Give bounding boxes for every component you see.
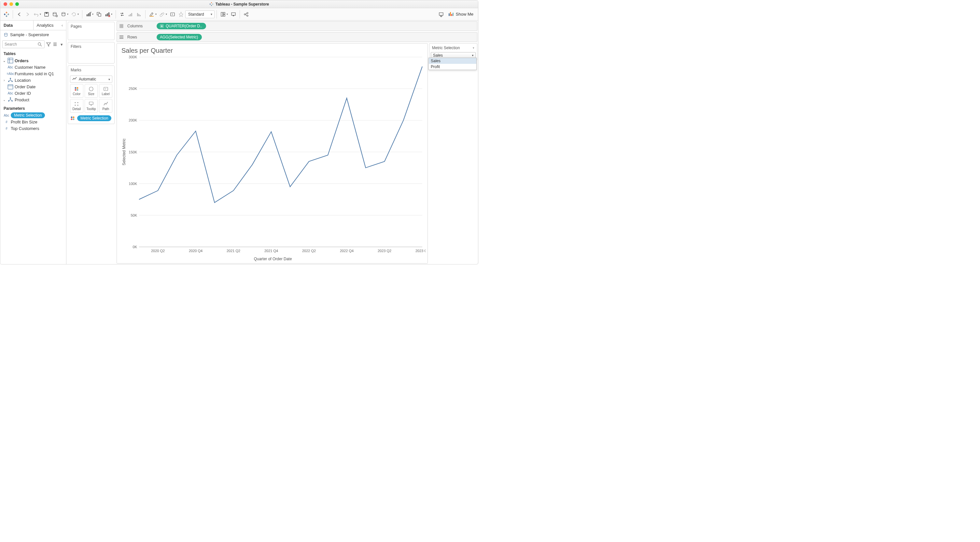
view-list-icon[interactable]: [52, 42, 57, 47]
datasource-item[interactable]: Sample - Superstore: [0, 30, 66, 39]
tableau-home-button[interactable]: [2, 10, 11, 19]
table-icon: [8, 58, 13, 63]
viz-title[interactable]: Sales per Quarter: [121, 47, 426, 54]
field-furnitures-q1[interactable]: =AbcFurnitures sold in Q1: [0, 70, 66, 77]
marks-detail[interactable]: Detail: [70, 99, 83, 113]
new-datasource-button[interactable]: [51, 10, 59, 19]
save-button[interactable]: [42, 10, 51, 19]
datasource-name: Sample - Superstore: [10, 32, 49, 37]
hierarchy-icon: [8, 78, 13, 83]
main-toolbar: ▾ ▾ ▾ +▾ ▾ ▾ ▾ T Standard ▾: [0, 8, 478, 21]
pages-shelf[interactable]: Pages: [68, 22, 115, 40]
svg-point-36: [38, 43, 41, 45]
sort-desc-button[interactable]: [135, 10, 143, 19]
share-button[interactable]: [242, 10, 250, 19]
zoom-window-button[interactable]: [15, 2, 19, 6]
filter-icon[interactable]: [46, 42, 51, 47]
tab-data[interactable]: Data: [0, 21, 33, 30]
autosave-button[interactable]: ▾: [59, 10, 70, 19]
side-tabs: Data Analytics‹: [0, 21, 66, 30]
search-input[interactable]: Search: [2, 40, 45, 48]
svg-rect-65: [119, 37, 123, 37]
param-option-sales[interactable]: Sales: [429, 58, 476, 64]
new-worksheet-button[interactable]: +▾: [84, 10, 95, 19]
columns-shelf[interactable]: Columns +QUARTER(Order D..: [116, 21, 477, 31]
field-order-id[interactable]: AbcOrder ID: [0, 90, 66, 96]
refresh-button[interactable]: ▾: [70, 10, 80, 19]
data-panel: Data Analytics‹ Sample - Superstore Sear…: [0, 21, 67, 264]
svg-rect-31: [449, 13, 450, 16]
columns-pill-quarter[interactable]: +QUARTER(Order D..: [157, 23, 206, 29]
highlight-button[interactable]: ▾: [148, 10, 158, 19]
minimize-window-button[interactable]: [10, 2, 13, 6]
clear-button[interactable]: ▾: [103, 10, 114, 19]
marks-size[interactable]: Size: [85, 84, 98, 98]
close-window-button[interactable]: [3, 2, 7, 6]
field-location[interactable]: ›Location: [0, 77, 66, 83]
view-dropdown-icon[interactable]: ▾: [59, 42, 64, 47]
fit-dropdown[interactable]: Standard: [185, 10, 215, 18]
svg-rect-63: [123, 24, 123, 28]
svg-rect-23: [221, 13, 223, 16]
svg-text:300K: 300K: [129, 55, 137, 59]
datasource-icon: [3, 33, 8, 37]
tab-analytics[interactable]: Analytics‹: [33, 21, 67, 30]
mark-type-dropdown[interactable]: Automatic: [70, 76, 112, 83]
svg-rect-34: [453, 13, 453, 16]
rows-shelf[interactable]: Rows AGG(Selected Metric): [116, 32, 477, 42]
worksheet-view: Sales per Quarter 0K50K100K150K200K250K3…: [116, 43, 428, 263]
svg-point-4: [62, 13, 65, 14]
swap-button[interactable]: [118, 10, 126, 19]
table-orders[interactable]: ⌄Orders: [0, 57, 66, 64]
app-window: Tableau - Sample Superstore ▾ ▾ ▾ +▾ ▾: [0, 0, 478, 265]
show-me-button[interactable]: Show Me: [445, 11, 476, 18]
field-product[interactable]: ⌄Product: [0, 96, 66, 103]
svg-text:200K: 200K: [129, 118, 137, 122]
hash-icon: #: [3, 120, 10, 124]
duplicate-button[interactable]: [95, 10, 103, 19]
svg-rect-18: [138, 14, 139, 16]
marks-pill-row: Metric Selection: [68, 114, 114, 124]
collapse-icon[interactable]: ‹: [62, 23, 63, 28]
pin-button[interactable]: [177, 10, 185, 19]
field-order-date[interactable]: Order Date: [0, 83, 66, 90]
sort-asc-button[interactable]: [126, 10, 135, 19]
date-icon: [8, 84, 13, 89]
show-cards-button[interactable]: ▾: [219, 10, 229, 19]
marks-path[interactable]: Path: [99, 99, 112, 113]
filters-shelf[interactable]: Filters: [68, 42, 115, 64]
param-top-customers[interactable]: #Top Customers: [0, 125, 66, 132]
parameter-dropdown-open: Sales Profit: [428, 57, 477, 70]
presentation-button[interactable]: [229, 10, 238, 19]
svg-text:Selected Metric: Selected Metric: [122, 139, 126, 166]
marks-label[interactable]: TLabel: [99, 84, 112, 98]
marks-color-pill[interactable]: Metric Selection: [77, 115, 111, 121]
attach-button[interactable]: ▾: [158, 10, 168, 19]
param-profit-bin-size[interactable]: #Profit Bin Size: [0, 119, 66, 125]
guide-button[interactable]: [437, 10, 445, 19]
viz-wrap: Sales per Quarter 0K50K100K150K200K250K3…: [116, 43, 478, 264]
undo-button[interactable]: [15, 10, 24, 19]
redo-button[interactable]: [24, 10, 32, 19]
chevron-down-icon[interactable]: ▾: [473, 46, 474, 49]
main-body: Data Analytics‹ Sample - Superstore Sear…: [0, 21, 478, 264]
parameter-card-header[interactable]: Metric Selection▾: [430, 44, 477, 52]
expand-icon[interactable]: +: [160, 24, 164, 28]
svg-text:100K: 100K: [129, 182, 137, 186]
rows-pill-agg[interactable]: AGG(Selected Metric): [157, 34, 202, 40]
svg-rect-33: [451, 14, 452, 16]
param-metric-selection[interactable]: AbcMetric Selection: [0, 112, 66, 119]
shelves-column: Pages Filters Marks Automatic Color Size…: [67, 21, 116, 264]
labels-button[interactable]: T: [168, 10, 177, 19]
marks-tooltip[interactable]: Tooltip: [85, 99, 98, 113]
field-customer-name[interactable]: AbcCustomer Name: [0, 64, 66, 70]
revert-button[interactable]: ▾: [32, 10, 42, 19]
parameters-header: Parameters: [0, 104, 66, 112]
svg-rect-6: [88, 13, 89, 16]
marks-color[interactable]: Color: [70, 84, 83, 98]
chart-area[interactable]: 0K50K100K150K200K250K300K2020 Q22020 Q42…: [120, 55, 426, 256]
view-area: Columns +QUARTER(Order D.. Rows AGG(Sele…: [116, 21, 478, 264]
show-me-label: Show Me: [456, 12, 473, 17]
param-option-profit[interactable]: Profit: [429, 64, 476, 70]
svg-text:T: T: [172, 13, 173, 16]
